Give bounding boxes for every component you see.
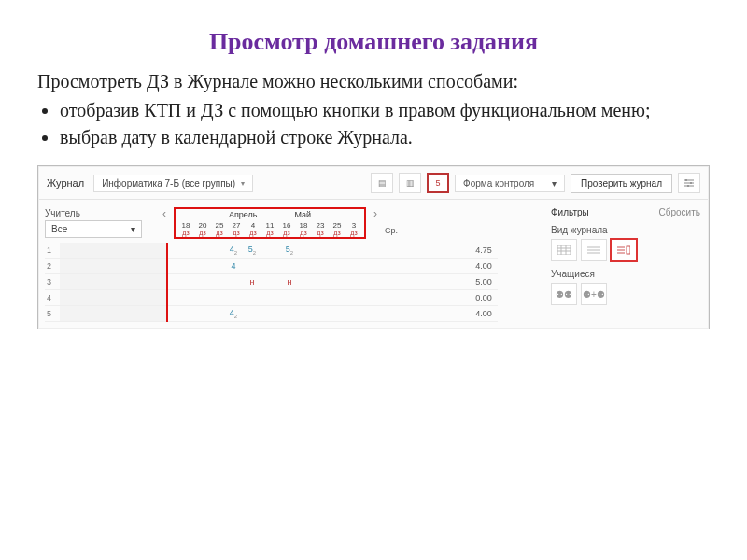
subject-value: Информатика 7-Б (все группы) [102, 178, 235, 189]
filters-reset[interactable]: Сбросить [659, 207, 700, 217]
table-row: 244.00 [45, 259, 498, 274]
journal-label: Журнал [47, 177, 84, 189]
form-control-select[interactable]: Форма контроля ▾ [455, 175, 565, 192]
calendar-dz-row: дз дз дз дз дз дз дз дз дз дз дз [177, 230, 362, 237]
chevron-down-icon: ▾ [552, 178, 557, 189]
bullet-item: выбрав дату в календарной строке Журнала… [60, 125, 710, 150]
page-title: Просмотр домашнего задания [37, 28, 710, 56]
subject-select[interactable]: Информатика 7-Б (все группы) ▾ [93, 175, 253, 192]
students-add-icon[interactable]: ⚉+⚉ [581, 283, 607, 305]
chevron-down-icon: ▾ [131, 224, 135, 234]
toolbar: Журнал Информатика 7-Б (все группы) ▾ ▤ … [39, 167, 708, 200]
table-row: 3нн5.00 [45, 274, 498, 290]
svg-point-0 [685, 179, 687, 181]
teacher-label: Учитель [45, 208, 142, 218]
chevron-down-icon: ▾ [241, 179, 245, 188]
month-label: Май [294, 210, 311, 219]
view-icon-1[interactable]: ▤ [371, 173, 393, 193]
view-list-icon[interactable] [581, 239, 607, 261]
calendar-dates: 18 20 25 27 4 11 16 18 23 25 3 [177, 221, 362, 230]
table-row: 40.00 [45, 290, 498, 306]
view-type-label: Вид журнала [551, 225, 700, 235]
check-journal-button[interactable]: Проверить журнал [571, 174, 672, 193]
teacher-value: Все [51, 224, 67, 234]
view-detail-icon[interactable] [611, 239, 637, 261]
students-all-icon[interactable]: ⚉⚉ [551, 283, 577, 305]
table-row: 14252524.75 [45, 243, 498, 259]
teacher-select[interactable]: Все ▾ [45, 220, 142, 238]
view-icon-calendar[interactable]: 5 [427, 173, 449, 193]
students-label: Учащиеся [551, 269, 700, 279]
bullet-item: отобразив КТП и ДЗ с помощью кнопки в пр… [60, 98, 710, 123]
svg-rect-3 [557, 245, 571, 255]
form-control-label: Форма контроля [463, 178, 534, 189]
avg-header: Ср. [385, 226, 398, 239]
settings-icon[interactable] [678, 173, 700, 193]
svg-point-2 [687, 185, 689, 187]
cal-next[interactable]: › [370, 207, 381, 220]
svg-rect-4 [627, 246, 630, 254]
screenshot-panel: Журнал Информатика 7-Б (все группы) ▾ ▤ … [37, 165, 710, 329]
month-label: Апрель [229, 210, 258, 219]
view-grid-icon[interactable] [551, 239, 577, 261]
svg-point-1 [690, 182, 692, 184]
view-icon-2[interactable]: ▥ [399, 173, 421, 193]
check-journal-label: Проверить журнал [581, 178, 662, 189]
bullet-list: отобразив КТП и ДЗ с помощью кнопки в пр… [60, 98, 710, 150]
intro-text: Просмотреть ДЗ в Журнале можно нескольки… [37, 69, 710, 94]
filters-title: Фильтры [551, 207, 589, 217]
grades-table: 14252524.75244.003нн5.0040.005424.00 [45, 243, 498, 322]
calendar-strip[interactable]: Апрель Май 18 20 25 27 4 11 16 18 [174, 207, 366, 239]
table-row: 5424.00 [45, 306, 498, 322]
cal-prev[interactable]: ‹ [159, 207, 170, 220]
